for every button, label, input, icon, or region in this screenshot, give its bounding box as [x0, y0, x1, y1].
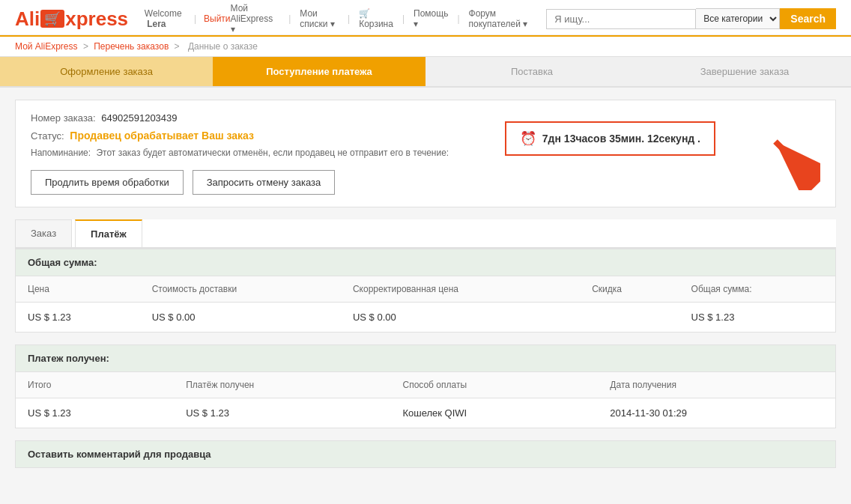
col-price: Цена [16, 276, 140, 303]
separator: | [194, 13, 196, 24]
payment-received-value: US $ 1.23 [174, 398, 390, 428]
col-date-received: Дата получения [598, 372, 835, 398]
order-reminder-label: Напоминание: [31, 148, 91, 158]
nav-my-lists[interactable]: Мои списки ▾ [300, 8, 339, 29]
table-row: US $ 1.23 US $ 0.00 US $ 0.00 US $ 1.23 [16, 303, 835, 333]
breadcrumb-current: Данные о заказе [188, 41, 258, 52]
timer-box: ⏰ 7дн 13часов 35мин. 12секунд . [505, 121, 715, 156]
timer-clock-icon: ⏰ [520, 130, 536, 147]
nav-my-aliexpress[interactable]: Мой AliExpress ▾ [231, 3, 280, 34]
progress-bar: Оформление заказа Поступление платежа По… [0, 57, 851, 88]
step-complete: Завершение заказа [638, 57, 851, 86]
adjusted-value: US $ 0.00 [341, 303, 580, 333]
timer-text: 7дн 13часов 35мин. 12секунд . [542, 133, 700, 145]
general-total-header-row: Цена Стоимость доставки Скорректированна… [16, 276, 835, 303]
nav-sep-1: | [288, 13, 291, 24]
payment-received-section: Платеж получен: Итого Платёж получен Спо… [15, 344, 836, 428]
logo-ali: Ali [15, 7, 40, 31]
order-reminder-text: Этот заказ будет автоматически отменён, … [96, 148, 449, 158]
nav-sep-4: | [457, 13, 459, 24]
step-order: Оформление заказа [0, 57, 213, 86]
payment-method-value: Кошелек QIWI [390, 398, 598, 428]
comment-header: Оставить комментарий для продавца [16, 441, 835, 467]
step-delivery: Поставка [426, 57, 638, 86]
tab-payment[interactable]: Платёж [75, 219, 142, 247]
discount-value [580, 303, 679, 333]
col-payment-received: Платёж получен [174, 372, 390, 398]
order-number-label: Номер заказа: [31, 112, 96, 124]
username: Lera [147, 19, 166, 29]
welcome-text: Welcome Lera [145, 8, 187, 29]
nav-sep-2: | [348, 13, 350, 24]
nav-forum[interactable]: Форум покупателей ▾ [469, 8, 532, 29]
logout-link[interactable]: Выйти [204, 13, 231, 24]
logo: Ali🛒xpress [15, 7, 128, 31]
col-total-pay: Итого [16, 372, 174, 398]
arrow-container [753, 123, 820, 192]
col-discount: Скидка [580, 276, 679, 303]
col-total: Общая сумма: [679, 276, 835, 303]
logo-cart-icon: 🛒 [40, 10, 64, 28]
breadcrumb-sep-2: > [175, 41, 182, 52]
order-number-value: 64902591203439 [101, 112, 177, 124]
col-delivery: Стоимость доставки [140, 276, 341, 303]
col-payment-method: Способ оплаты [390, 372, 598, 398]
general-total-header: Общая сумма: [16, 249, 835, 276]
payment-received-header: Платеж получен: [16, 345, 835, 372]
payment-header-row: Итого Платёж получен Способ оплаты Дата … [16, 372, 835, 398]
comment-section: Оставить комментарий для продавца [15, 440, 836, 468]
extend-time-button[interactable]: Продлить время обработки [31, 170, 184, 195]
breadcrumb-my-aliexpress[interactable]: Мой AliExpress [15, 41, 78, 52]
delivery-value: US $ 0.00 [140, 303, 341, 333]
breadcrumb-orders[interactable]: Перечень заказов [94, 41, 169, 52]
col-adjusted: Скорректированная цена [341, 276, 580, 303]
search-input[interactable] [546, 9, 696, 29]
category-select[interactable]: Все категории [696, 8, 780, 29]
step-payment: Поступление платежа [213, 57, 426, 86]
nav-help[interactable]: Помощь ▾ [414, 8, 448, 29]
cancel-order-button[interactable]: Запросить отмену заказа [193, 170, 335, 195]
price-value: US $ 1.23 [16, 303, 140, 333]
svg-line-1 [775, 142, 817, 183]
payment-received-table: Итого Платёж получен Способ оплаты Дата … [16, 372, 835, 428]
red-arrow-icon [753, 123, 820, 190]
order-card: Номер заказа: 64902591203439 Статус: Про… [15, 100, 836, 207]
order-status-value: Продавец обрабатывает Ваш заказ [70, 130, 254, 142]
nav-sep-3: | [402, 13, 405, 24]
table-row: US $ 1.23 US $ 1.23 Кошелек QIWI 2014-11… [16, 398, 835, 428]
breadcrumb: Мой AliExpress > Перечень заказов > Данн… [0, 37, 851, 57]
date-received-value: 2014-11-30 01:29 [598, 398, 835, 428]
logo-express: xpress [65, 7, 128, 31]
total-pay-value: US $ 1.23 [16, 398, 174, 428]
tab-order[interactable]: Заказ [15, 219, 72, 247]
tabs: Заказ Платёж [15, 219, 836, 249]
total-value: US $ 1.23 [679, 303, 835, 333]
breadcrumb-sep-1: > [83, 41, 91, 52]
general-total-section: Общая сумма: Цена Стоимость доставки Ско… [15, 249, 836, 333]
search-button[interactable]: Search [780, 8, 836, 29]
general-total-table: Цена Стоимость доставки Скорректированна… [16, 276, 835, 332]
order-buttons: Продлить время обработки Запросить отмен… [31, 170, 820, 195]
nav-cart[interactable]: 🛒 Корзина [359, 8, 393, 29]
order-status-label: Статус: [31, 130, 64, 142]
